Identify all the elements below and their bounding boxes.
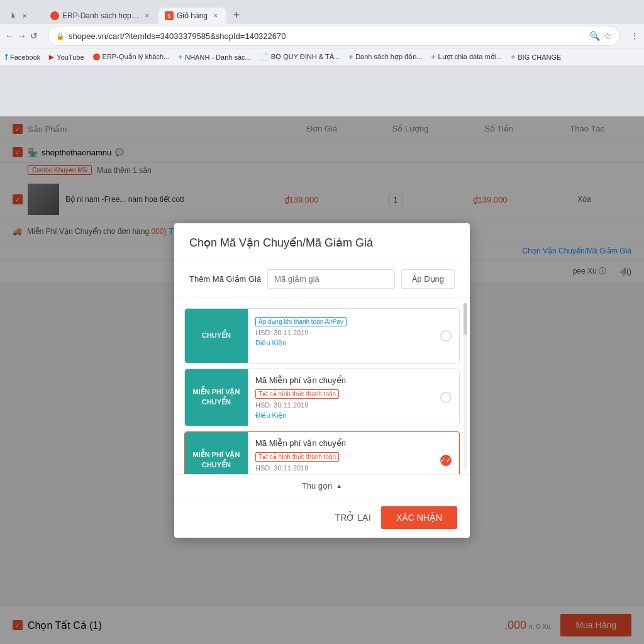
voucher-3-left: MIỄN PHÍ VẬN CHUYỂN bbox=[185, 432, 248, 474]
back-button[interactable]: ← bbox=[5, 31, 14, 41]
voucher-1-tag-wrapper: Áp dụng khi thanh toán AirPay bbox=[255, 315, 452, 326]
bookmark-facebook-label: Facebook bbox=[10, 53, 40, 61]
voucher-3-tag-wrapper: Tất cả hình thức thanh toán bbox=[255, 450, 452, 462]
reload-button[interactable]: ↺ bbox=[30, 31, 38, 41]
voucher-2-title: Mã Miễn phí vận chuyển bbox=[255, 375, 452, 385]
voucher-1-hsd: HSD: 30.11.2019 bbox=[255, 329, 452, 336]
collapse-button[interactable]: Thu gọn ▲ bbox=[174, 474, 470, 497]
scrollbar-thumb[interactable] bbox=[464, 303, 467, 335]
dialog-footer: TRỞ LẠI XÁC NHẬN bbox=[174, 497, 470, 538]
luot-chia-icon: + bbox=[431, 53, 436, 62]
promo-input[interactable] bbox=[267, 269, 394, 289]
forward-button[interactable]: → bbox=[18, 31, 26, 41]
address-bar[interactable]: 🔒 shopee.vn/cart/?itemIds=34033379585&sh… bbox=[48, 26, 620, 46]
nhanh-icon: + bbox=[178, 53, 182, 62]
voucher-1-radio[interactable] bbox=[440, 330, 452, 341]
tab-2[interactable]: ERP-Danh sách hợp đồng ✕ bbox=[44, 8, 157, 24]
bookmark-youtube-label: YouTube bbox=[57, 53, 84, 61]
toolbar-icons: ⋮ bbox=[630, 31, 639, 41]
bookmark-big-change[interactable]: + BIG CHANGE bbox=[511, 53, 561, 62]
collapse-label: Thu gọn bbox=[302, 481, 332, 491]
voucher-1-right: Áp dụng khi thanh toán AirPay HSD: 30.11… bbox=[248, 309, 459, 363]
voucher-3-radio[interactable]: ✓ bbox=[440, 455, 452, 466]
voucher-2-condition[interactable]: Điều Kiện bbox=[255, 411, 452, 419]
new-tab-button[interactable]: + bbox=[228, 6, 245, 24]
search-icon[interactable]: 🔍 bbox=[589, 31, 600, 41]
bookmark-danh-sach[interactable]: + Danh sách hợp đồn... bbox=[348, 53, 422, 62]
shopee-tab-icon: S bbox=[165, 11, 174, 20]
voucher-1-radio-circle bbox=[440, 330, 452, 341]
bookmark-danh-sach-label: Danh sách hợp đồn... bbox=[355, 53, 422, 61]
voucher-3-radio-circle: ✓ bbox=[440, 455, 452, 466]
erp-tab-icon bbox=[50, 11, 59, 20]
bookmarks-bar: f Facebook ▶ YouTube ERP-Quản lý khách..… bbox=[0, 48, 644, 65]
voucher-2-radio-circle bbox=[440, 392, 452, 403]
promo-label: Thêm Mã Giảm Giá bbox=[189, 274, 261, 284]
tab-3-label: Giỏ hàng bbox=[177, 11, 208, 20]
youtube-icon: ▶ bbox=[49, 53, 54, 60]
menu-icon[interactable]: ⋮ bbox=[630, 31, 639, 41]
voucher-2-left-text: MIỄN PHÍ VẬN CHUYỂN bbox=[190, 387, 243, 407]
bookmark-erp[interactable]: ERP-Quản lý khách... bbox=[93, 53, 170, 61]
modal-overlay: Chọn Mã Vận Chuyển/Mã Giảm Giá Thêm Mã G… bbox=[0, 116, 644, 644]
tab-1-close[interactable]: ✕ bbox=[20, 11, 29, 20]
bookmark-youtube[interactable]: ▶ YouTube bbox=[49, 53, 84, 61]
voucher-item-2[interactable]: MIỄN PHÍ VẬN CHUYỂN Mã Miễn phí vận chuy… bbox=[184, 369, 460, 426]
voucher-3-right: Mã Miễn phí vận chuyển Tất cả hình thức … bbox=[248, 432, 459, 474]
voucher-2-tag: Tất cả hình thức thanh toán bbox=[255, 389, 339, 399]
voucher-2-radio[interactable] bbox=[440, 392, 452, 403]
voucher-1-condition[interactable]: Điều Kiện bbox=[255, 339, 452, 347]
bookmark-bo-quy[interactable]: 📄 BỘ QUY ĐỊNH & TÀ... bbox=[260, 53, 340, 61]
voucher-1-tag: Áp dụng khi thanh toán AirPay bbox=[255, 317, 347, 326]
bookmark-bo-quy-label: BỘ QUY ĐỊNH & TÀ... bbox=[271, 53, 340, 61]
tab-bar: k ✕ ERP-Danh sách hợp đồng ✕ S Giỏ hàng … bbox=[0, 0, 644, 24]
facebook-icon: f bbox=[5, 53, 8, 62]
voucher-1-left-text: CHUYỂN bbox=[202, 331, 231, 340]
voucher-1-left: CHUYỂN bbox=[185, 309, 248, 363]
erp-bookmark-icon bbox=[93, 53, 100, 60]
address-bar-row: ← → ↺ 🔒 shopee.vn/cart/?itemIds=34033379… bbox=[0, 24, 644, 48]
bookmark-luot-chia-label: Lượt chia data mới... bbox=[438, 53, 502, 61]
bookmark-facebook[interactable]: f Facebook bbox=[5, 53, 40, 62]
back-dialog-button[interactable]: TRỞ LẠI bbox=[335, 513, 371, 523]
chevron-up-icon: ▲ bbox=[336, 482, 342, 489]
promo-input-row: Thêm Mã Giảm Giá Áp Dụng bbox=[174, 260, 470, 298]
voucher-item-1[interactable]: CHUYỂN Áp dụng khi thanh toán AirPay HSD… bbox=[184, 308, 460, 364]
scrollbar-track[interactable] bbox=[464, 303, 467, 469]
bookmark-luot-chia[interactable]: + Lượt chia data mới... bbox=[431, 53, 502, 62]
danh-sach-icon: + bbox=[348, 53, 353, 62]
bookmark-star-icon[interactable]: ☆ bbox=[604, 31, 612, 41]
voucher-3-tag: Tất cả hình thức thanh toán bbox=[255, 452, 339, 462]
voucher-dialog: Chọn Mã Vận Chuyển/Mã Giảm Giá Thêm Mã G… bbox=[174, 223, 470, 538]
chrome-separator bbox=[0, 65, 644, 66]
voucher-item-3[interactable]: MIỄN PHÍ VẬN CHUYỂN Mã Miễn phí vận chuy… bbox=[184, 431, 460, 474]
tab-1[interactable]: k ✕ bbox=[5, 8, 43, 24]
bookmark-big-change-label: BIG CHANGE bbox=[518, 53, 561, 61]
bookmark-nhanh[interactable]: + NHANH - Danh sác... bbox=[178, 53, 251, 62]
apply-button[interactable]: Áp Dụng bbox=[401, 269, 455, 289]
confirm-button[interactable]: XÁC NHẬN bbox=[381, 506, 457, 529]
voucher-3-left-text: MIỄN PHÍ VẬN CHUYỂN bbox=[190, 450, 243, 470]
address-text: shopee.vn/cart/?itemIds=34033379585&shop… bbox=[69, 31, 589, 41]
lock-icon: 🔒 bbox=[56, 32, 65, 40]
voucher-2-right: Mã Miễn phí vận chuyển Tất cả hình thức … bbox=[248, 369, 459, 426]
tab-2-label: ERP-Danh sách hợp đồng bbox=[62, 11, 140, 20]
voucher-3-hsd: HSD: 30.11.2019 bbox=[255, 464, 452, 472]
voucher-list: CHUYỂN Áp dụng khi thanh toán AirPay HSD… bbox=[174, 298, 470, 474]
tab-3-close[interactable]: ✕ bbox=[211, 11, 220, 20]
voucher-2-left: MIỄN PHÍ VẬN CHUYỂN bbox=[185, 369, 248, 426]
doc-icon: 📄 bbox=[260, 53, 269, 61]
bookmark-nhanh-label: NHANH - Danh sác... bbox=[185, 53, 251, 61]
voucher-2-tag-wrapper: Tất cả hình thức thanh toán bbox=[255, 387, 452, 399]
big-change-icon: + bbox=[511, 53, 515, 62]
voucher-3-title: Mã Miễn phí vận chuyển bbox=[255, 438, 452, 448]
nav-buttons: ← → ↺ bbox=[5, 31, 38, 41]
voucher-2-hsd: HSD: 30.11.2019 bbox=[255, 401, 452, 409]
tab-1-label: k bbox=[11, 11, 15, 20]
dialog-title: Chọn Mã Vận Chuyển/Mã Giảm Giá bbox=[174, 223, 470, 260]
bookmark-erp-label: ERP-Quản lý khách... bbox=[103, 53, 170, 61]
tab-2-close[interactable]: ✕ bbox=[143, 11, 151, 20]
tab-3[interactable]: S Giỏ hàng ✕ bbox=[158, 8, 226, 24]
